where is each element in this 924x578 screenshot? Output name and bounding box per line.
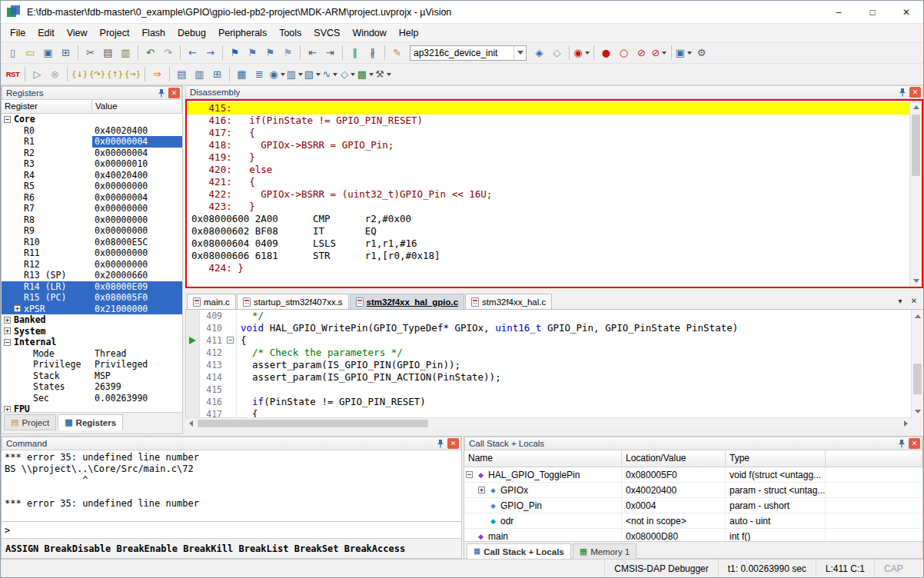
register-row[interactable]: PrivilegePrivileged — [2, 359, 182, 370]
editor-line[interactable]: 417 { — [186, 408, 911, 417]
menu-tools[interactable]: Tools — [273, 24, 307, 42]
scrollbar-thumb[interactable] — [913, 364, 922, 394]
code-editor[interactable]: 409 */410void HAL_GPIO_WritePin(GPIO_Typ… — [185, 310, 923, 417]
find-button[interactable]: ◈ — [530, 45, 548, 61]
paste-button[interactable]: ▥ — [117, 45, 135, 61]
dropdown-caret-icon[interactable] — [369, 73, 374, 76]
register-row[interactable]: R14 (LR)0x08000E09 — [2, 281, 182, 293]
registers-window-button[interactable]: ▦ — [233, 66, 251, 83]
next-bookmark-button[interactable]: ⚑ — [261, 45, 279, 61]
disassembly-line[interactable]: 420: else — [187, 164, 909, 176]
register-row[interactable]: +xPSR0x21000000 — [2, 304, 182, 315]
collapse-icon[interactable]: − — [4, 116, 11, 123]
watch-window-button[interactable]: ◉ — [268, 66, 286, 83]
previous-bookmark-button[interactable]: ⚑ — [244, 45, 261, 61]
step-out-button[interactable]: {↑} — [106, 66, 124, 83]
register-row[interactable]: R110x00000000 — [2, 247, 182, 259]
register-row[interactable]: +FPU — [2, 404, 182, 412]
disassembly-line[interactable]: 418: GPIOx->BSRR = GPIO_Pin; — [187, 139, 909, 151]
open-file-button[interactable]: ▭ — [22, 45, 39, 61]
minimize-button[interactable]: – — [822, 1, 856, 24]
dropdown-caret-icon[interactable] — [662, 51, 666, 55]
disassembly-line[interactable]: 0x08000602 BF08 IT EQ — [187, 225, 909, 238]
disassembly-window-button[interactable]: ▥ — [191, 66, 208, 83]
register-row[interactable]: R50x00000000 — [2, 181, 182, 192]
step-over-button[interactable]: {↷} — [88, 66, 106, 83]
expand-icon[interactable]: + — [4, 327, 11, 334]
close-panel-icon[interactable]: ✕ — [447, 438, 459, 449]
register-row[interactable]: +Banked — [2, 314, 182, 326]
pin-icon[interactable] — [435, 438, 446, 449]
fold-collapse-icon[interactable]: − — [227, 337, 234, 344]
pin-icon[interactable] — [897, 87, 908, 98]
dropdown-caret-icon[interactable] — [351, 73, 355, 76]
register-row[interactable]: ModeThread — [2, 348, 182, 360]
disassembly-line[interactable]: 416: if(PinState != GPIO_PIN_RESET) — [187, 115, 909, 127]
serial-window-button[interactable]: ▧ — [304, 66, 321, 83]
menu-svcs[interactable]: SVCS — [307, 24, 346, 42]
register-row[interactable]: R60x00000004 — [2, 192, 182, 204]
dropdown-caret-icon[interactable] — [687, 51, 692, 55]
register-row[interactable]: R70x00000000 — [2, 203, 182, 214]
configure-button[interactable]: ⚙ — [693, 45, 710, 61]
scroll-up-icon[interactable] — [910, 101, 922, 113]
dropdown-caret-icon[interactable] — [585, 51, 590, 55]
indent-button[interactable]: ⇥ — [321, 45, 339, 61]
toolbox-button[interactable]: ⚒ — [374, 66, 392, 83]
disassembly-line[interactable]: 417: { — [187, 127, 909, 139]
step-into-button[interactable]: {↓} — [71, 66, 88, 83]
command-input[interactable]: > — [2, 521, 461, 538]
tab-memory-1[interactable]: ▦Memory 1 — [573, 543, 637, 560]
callstack-row[interactable]: −◆HAL_GPIO_TogglePin0x080005F0void f(str… — [464, 467, 922, 483]
close-panel-icon[interactable]: ✕ — [909, 438, 920, 449]
editor-line[interactable]: 409 */ — [186, 310, 911, 322]
close-panel-icon[interactable]: ✕ — [909, 87, 921, 98]
combo-dropdown-icon[interactable] — [514, 46, 526, 60]
editor-line[interactable]: 410void HAL_GPIO_WritePin(GPIO_TypeDef* … — [186, 322, 911, 334]
comment-selection-button[interactable]: ∥ — [346, 45, 364, 61]
disassembly-line[interactable]: 419: } — [187, 151, 909, 164]
tab-list-dropdown-icon[interactable]: ▾ — [894, 295, 906, 307]
register-row[interactable]: R30x00000010 — [2, 158, 182, 170]
scroll-down-icon[interactable] — [910, 274, 922, 287]
callstack-row[interactable]: +◈GPIOx0x40020400param - struct <untag..… — [464, 483, 922, 498]
editor-line[interactable]: 416 if(PinState != GPIO_PIN_RESET) — [186, 396, 911, 408]
save-button[interactable]: ▣ — [39, 45, 57, 61]
tab-project[interactable]: ▤Project — [4, 414, 56, 430]
disassembly-line[interactable]: 0x08000606 6181 STR r1,[r0,#0x18] — [187, 250, 909, 262]
window-layout-button[interactable]: ▣ — [675, 45, 693, 61]
new-file-button[interactable]: ▯ — [4, 45, 22, 61]
register-row[interactable]: −Core — [2, 114, 182, 125]
memory-window-button[interactable]: ▥ — [286, 66, 304, 83]
disassembly-line[interactable]: 422: GPIOx->BSRR = (uint32_t)GPIO_Pin <<… — [187, 188, 909, 201]
stop-button[interactable]: ⊗ — [46, 66, 64, 83]
scrollbar-thumb[interactable] — [912, 115, 920, 176]
navigate-back-button[interactable]: ← — [184, 45, 201, 61]
collapse-icon[interactable]: − — [466, 471, 473, 478]
redo-button[interactable]: ↷ — [159, 45, 177, 61]
dropdown-caret-icon[interactable] — [281, 73, 285, 76]
expand-icon[interactable]: + — [478, 487, 485, 493]
find-in-files-button[interactable]: ✎ — [388, 45, 406, 61]
call-stack-window-button[interactable]: ≣ — [251, 66, 268, 83]
register-row[interactable]: +System — [2, 326, 182, 337]
expand-icon[interactable]: + — [14, 305, 21, 312]
disassembly-scrollbar[interactable] — [909, 101, 922, 287]
insert-remove-breakpoint-button[interactable]: ● — [597, 45, 615, 61]
disable-all-breakpoints-button[interactable]: ⊘ — [633, 45, 650, 61]
register-row[interactable]: Sec0.00263990 — [2, 393, 182, 404]
disassembly-line[interactable]: 415: — [187, 102, 909, 115]
trace-window-button[interactable]: ◇ — [339, 66, 357, 83]
dropdown-caret-icon[interactable] — [298, 73, 303, 76]
editor-tab-main-c[interactable]: main.c — [187, 294, 236, 309]
save-all-button[interactable]: ⊞ — [57, 45, 75, 61]
menu-debug[interactable]: Debug — [171, 24, 212, 42]
clear-all-bookmarks-button[interactable]: ⚑ — [279, 45, 297, 61]
menu-help[interactable]: Help — [393, 24, 425, 42]
callstack-row[interactable]: ◆odr<not in scope>auto - uint — [464, 513, 922, 529]
menu-edit[interactable]: Edit — [32, 24, 61, 42]
editor-vertical-scrollbar[interactable] — [911, 310, 923, 417]
disassembly-line[interactable]: 0x08000600 2A00 CMP r2,#0x00 — [187, 213, 909, 225]
pin-icon[interactable] — [156, 88, 167, 98]
menu-window[interactable]: Window — [346, 24, 392, 42]
